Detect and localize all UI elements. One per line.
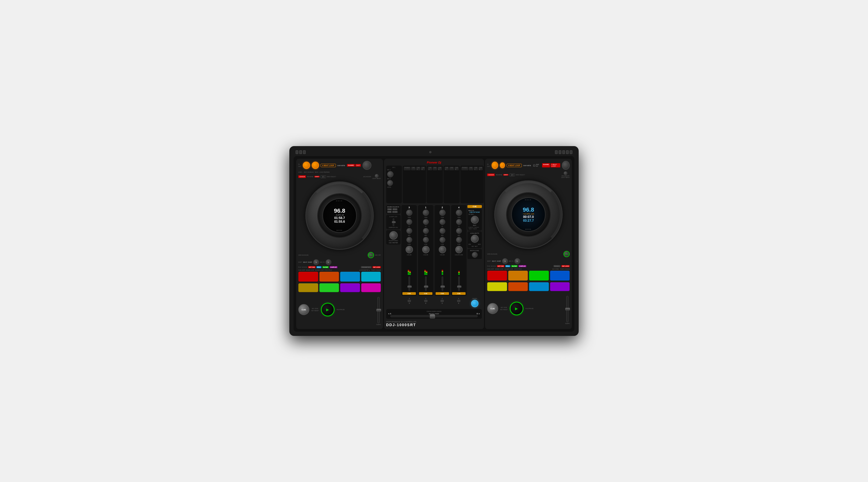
right-tempo-thumb[interactable] (565, 308, 570, 310)
left-censor-btn[interactable]: CENSOR (298, 175, 306, 178)
left-pad-2[interactable] (319, 272, 339, 282)
left-pad-8[interactable] (361, 283, 381, 292)
left-pad-3[interactable] (340, 272, 360, 282)
filter-btn[interactable]: FILTER (392, 211, 398, 213)
left-guard-btn[interactable]: GUARD (347, 164, 355, 167)
phono-2-tab3[interactable]: USB B (438, 167, 442, 170)
left-param-btn[interactable]: PARAMETER 1 (361, 266, 372, 268)
ch1-color[interactable] (422, 246, 430, 253)
ch1-hi[interactable] (423, 219, 429, 225)
right-pad-6[interactable] (508, 282, 528, 291)
top-center-knob[interactable] (429, 151, 431, 153)
left-key-lock-btn[interactable]: KEY LOCK (372, 266, 381, 268)
phono-3-tab3[interactable]: USB B (455, 167, 459, 170)
right-param-btn[interactable]: PARAM 1 (553, 265, 561, 267)
right-pad-7[interactable] (529, 282, 549, 291)
left-jog-wheel-outer[interactable]: DECK 96.8 -3.2% ±8 01:58.7 01:55.6 MODE (305, 181, 374, 250)
ch1-trim[interactable] (423, 209, 429, 216)
ch1-low[interactable] (423, 237, 429, 243)
left-roll-btn[interactable]: ROLL (316, 266, 322, 268)
sampler-vol-thumb[interactable] (392, 221, 396, 223)
phono-4-tab2[interactable]: LINE (469, 167, 473, 170)
ch1-mid[interactable] (423, 228, 429, 234)
right-hot-cue-btn[interactable]: HOT CUE (497, 265, 504, 267)
left-pad-6[interactable] (319, 283, 339, 292)
cf-ch3-switch[interactable] (408, 300, 411, 302)
ch3-mid[interactable] (406, 228, 412, 234)
ch3-fader-thumb[interactable] (407, 286, 412, 288)
right-pad-8[interactable] (550, 282, 570, 291)
phono-3-tab1[interactable]: USB A (444, 167, 449, 170)
phono-2-tab1[interactable]: USB A (428, 167, 432, 170)
pitch-btn[interactable]: PITCH (393, 208, 397, 210)
right-jog-knob[interactable] (564, 171, 567, 175)
ch3-hi[interactable] (406, 219, 412, 225)
left-fwd-btn[interactable]: ► (326, 259, 332, 265)
right-pad-4[interactable] (550, 271, 570, 281)
right-pad-3[interactable] (529, 271, 549, 281)
tone-btn[interactable]: TONE (387, 208, 392, 210)
ch2-color[interactable] (439, 246, 446, 253)
ch4-hi[interactable] (456, 219, 462, 225)
right-pad-5[interactable] (487, 282, 507, 291)
beat-fx-knob[interactable] (471, 216, 479, 224)
ch2-fader-thumb[interactable] (441, 286, 445, 288)
on-off-btn[interactable] (471, 300, 478, 307)
right-knob-orange-1[interactable] (492, 162, 498, 169)
right-guard-btn[interactable]: GUARD (542, 163, 550, 167)
left-shift-area[interactable]: SHIFT (314, 176, 319, 177)
ch3-low[interactable] (406, 237, 412, 243)
right-key-lock-btn[interactable]: KEY LOCK (561, 265, 570, 267)
ch2-cue-btn[interactable]: CUE (436, 292, 449, 295)
left-sync-btn[interactable]: SYNC (368, 252, 374, 258)
left-pad-4[interactable] (361, 272, 381, 282)
ch2-hi[interactable] (439, 219, 445, 225)
phono-2-tab2[interactable]: LINE (433, 167, 437, 170)
right-beat-loop-btn[interactable]: 4 BEAT LOOP (506, 164, 522, 167)
level-depth-knob[interactable] (471, 235, 479, 243)
cf-ch1-switch[interactable] (424, 300, 427, 302)
phono-4-tab3[interactable]: USB A (474, 167, 478, 170)
left-large-knob[interactable] (363, 161, 371, 170)
ch4-cue-btn[interactable]: CUE (452, 292, 466, 295)
master-cue-btn[interactable]: CUE (467, 205, 482, 208)
left-jog-knob[interactable] (375, 174, 378, 178)
booth-level-knob[interactable] (472, 252, 478, 258)
ch2-trim[interactable] (439, 209, 445, 216)
phono-4-tab1[interactable]: PHONO/ (461, 167, 468, 170)
ch4-trim[interactable] (456, 209, 462, 216)
ch4-low[interactable] (456, 237, 462, 243)
right-roll-btn[interactable]: ROLL (505, 265, 510, 267)
right-shift-area[interactable]: SHIFT (503, 174, 508, 176)
ch3-cue-btn[interactable]: CUE (402, 292, 416, 295)
ch4-mid[interactable] (456, 228, 462, 234)
phono-4-tab4[interactable]: USB B (478, 167, 483, 170)
left-slip-btn[interactable]: SLIP (355, 164, 361, 167)
right-fwd-btn[interactable]: ► (515, 258, 520, 264)
left-tempo-thumb[interactable] (376, 309, 381, 311)
mic1-knob[interactable] (387, 171, 394, 177)
right-knob-orange-2[interactable] (500, 163, 505, 168)
left-cue-btn[interactable]: CUE (298, 304, 309, 315)
left-hot-cue-btn[interactable]: HOT CUE (308, 266, 316, 268)
phono-1-tab3[interactable]: USB A (416, 167, 420, 170)
phono-1-tab1[interactable]: PHONO/ (404, 167, 411, 170)
left-sampler-btn[interactable]: SAMPLER (330, 266, 338, 268)
right-jog-wheel-outer[interactable]: DECK 96.8 +13.9% ±16 00:07.0 03:27.7 MOD… (494, 180, 563, 249)
ch1-cue-btn[interactable]: CUE (419, 292, 432, 295)
ch4-fader-thumb[interactable] (457, 286, 461, 288)
right-censor-btn[interactable]: CENSOR (487, 173, 495, 176)
left-play-btn[interactable]: ▶ (321, 303, 335, 316)
right-pad-2[interactable] (508, 271, 528, 281)
right-slip-btn[interactable]: 4 BEAT LOOP (551, 163, 560, 167)
ch4-color[interactable] (455, 246, 463, 253)
right-pad-1[interactable] (487, 271, 507, 281)
ch3-color[interactable] (406, 246, 413, 253)
ch2-mid[interactable] (439, 228, 445, 234)
left-slicer-btn[interactable]: SLICER (322, 266, 329, 268)
right-play-btn[interactable]: ▶ (510, 302, 523, 315)
cf-ch2-switch[interactable] (441, 300, 444, 302)
headphones-knob[interactable] (389, 231, 398, 239)
left-knob-orange-1[interactable] (303, 162, 310, 169)
phono-1-tab4[interactable]: USB B (421, 167, 425, 170)
